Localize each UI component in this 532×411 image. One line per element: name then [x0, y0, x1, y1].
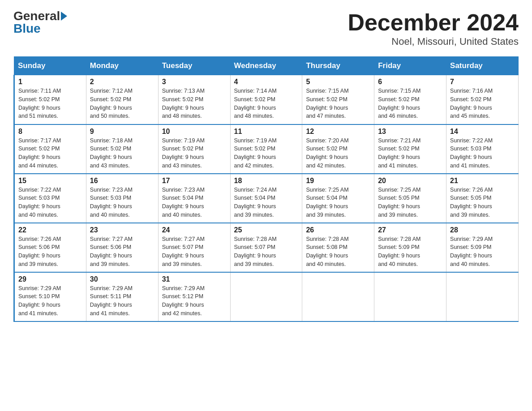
day-cell: 29 Sunrise: 7:29 AM Sunset: 5:10 PM Dayl…: [14, 272, 86, 321]
day-info: Sunrise: 7:29 AM Sunset: 5:10 PM Dayligh…: [18, 284, 82, 318]
week-row-1: 1 Sunrise: 7:11 AM Sunset: 5:02 PM Dayli…: [14, 75, 519, 124]
day-number: 1: [18, 78, 82, 86]
day-number: 20: [378, 177, 442, 185]
day-number: 22: [18, 226, 82, 234]
day-info: Sunrise: 7:14 AM Sunset: 5:02 PM Dayligh…: [234, 87, 299, 120]
day-number: 29: [18, 275, 82, 283]
header-saturday: Saturday: [446, 57, 519, 75]
day-number: 15: [18, 177, 82, 185]
day-number: 8: [18, 128, 82, 136]
day-number: 16: [90, 177, 154, 185]
day-info: Sunrise: 7:28 AM Sunset: 5:07 PM Dayligh…: [234, 235, 299, 269]
day-cell: 27 Sunrise: 7:28 AM Sunset: 5:09 PM Dayl…: [374, 223, 446, 272]
day-cell: 28 Sunrise: 7:29 AM Sunset: 5:09 PM Dayl…: [446, 223, 519, 272]
logo-arrow-icon: [61, 12, 67, 21]
day-cell: 4 Sunrise: 7:14 AM Sunset: 5:02 PM Dayli…: [230, 75, 302, 124]
day-number: 9: [90, 128, 154, 136]
day-info: Sunrise: 7:22 AM Sunset: 5:03 PM Dayligh…: [450, 137, 515, 170]
day-number: 6: [378, 78, 442, 86]
day-cell: 24 Sunrise: 7:27 AM Sunset: 5:07 PM Dayl…: [158, 223, 230, 272]
day-number: 25: [234, 226, 299, 234]
day-number: 5: [306, 78, 370, 86]
header-row: SundayMondayTuesdayWednesdayThursdayFrid…: [14, 57, 519, 75]
calendar-table: SundayMondayTuesdayWednesdayThursdayFrid…: [13, 56, 519, 322]
day-cell: 10 Sunrise: 7:19 AM Sunset: 5:02 PM Dayl…: [158, 124, 230, 174]
title-area: December 2024 Noel, Missouri, United Sta…: [348, 9, 519, 47]
day-cell: 2 Sunrise: 7:12 AM Sunset: 5:02 PM Dayli…: [86, 75, 158, 124]
week-row-3: 15 Sunrise: 7:22 AM Sunset: 5:03 PM Dayl…: [14, 174, 519, 223]
day-info: Sunrise: 7:27 AM Sunset: 5:07 PM Dayligh…: [162, 235, 227, 269]
day-cell: 9 Sunrise: 7:18 AM Sunset: 5:02 PM Dayli…: [86, 124, 158, 174]
day-number: 2: [90, 78, 154, 86]
logo-blue: Blue: [13, 21, 41, 36]
day-cell: 31 Sunrise: 7:29 AM Sunset: 5:12 PM Dayl…: [158, 272, 230, 321]
day-number: 18: [234, 177, 299, 185]
day-number: 17: [162, 177, 227, 185]
day-number: 31: [162, 275, 227, 283]
day-info: Sunrise: 7:18 AM Sunset: 5:02 PM Dayligh…: [90, 137, 154, 170]
day-info: Sunrise: 7:29 AM Sunset: 5:09 PM Dayligh…: [450, 235, 515, 269]
day-number: 28: [450, 226, 515, 234]
day-info: Sunrise: 7:13 AM Sunset: 5:02 PM Dayligh…: [162, 87, 227, 120]
day-info: Sunrise: 7:17 AM Sunset: 5:02 PM Dayligh…: [18, 137, 82, 170]
day-info: Sunrise: 7:24 AM Sunset: 5:04 PM Dayligh…: [234, 186, 299, 219]
header-friday: Friday: [374, 57, 446, 75]
day-cell: 13 Sunrise: 7:21 AM Sunset: 5:02 PM Dayl…: [374, 124, 446, 174]
header-wednesday: Wednesday: [230, 57, 302, 75]
day-cell: 7 Sunrise: 7:16 AM Sunset: 5:02 PM Dayli…: [446, 75, 519, 124]
day-cell: 5 Sunrise: 7:15 AM Sunset: 5:02 PM Dayli…: [302, 75, 374, 124]
day-cell: 17 Sunrise: 7:23 AM Sunset: 5:04 PM Dayl…: [158, 174, 230, 223]
day-cell: 26 Sunrise: 7:28 AM Sunset: 5:08 PM Dayl…: [302, 223, 374, 272]
day-cell: [302, 272, 374, 321]
day-cell: [230, 272, 302, 321]
day-number: 23: [90, 226, 154, 234]
day-number: 7: [450, 78, 515, 86]
day-info: Sunrise: 7:28 AM Sunset: 5:09 PM Dayligh…: [378, 235, 442, 269]
header-tuesday: Tuesday: [158, 57, 230, 75]
day-info: Sunrise: 7:26 AM Sunset: 5:06 PM Dayligh…: [18, 235, 82, 269]
day-info: Sunrise: 7:26 AM Sunset: 5:05 PM Dayligh…: [450, 186, 515, 219]
day-number: 3: [162, 78, 227, 86]
day-cell: 19 Sunrise: 7:25 AM Sunset: 5:04 PM Dayl…: [302, 174, 374, 223]
day-info: Sunrise: 7:22 AM Sunset: 5:03 PM Dayligh…: [18, 186, 82, 219]
day-info: Sunrise: 7:19 AM Sunset: 5:02 PM Dayligh…: [162, 137, 227, 170]
day-number: 13: [378, 128, 442, 136]
day-number: 21: [450, 177, 515, 185]
day-info: Sunrise: 7:11 AM Sunset: 5:02 PM Dayligh…: [18, 87, 82, 120]
day-info: Sunrise: 7:15 AM Sunset: 5:02 PM Dayligh…: [306, 87, 370, 120]
day-cell: 22 Sunrise: 7:26 AM Sunset: 5:06 PM Dayl…: [14, 223, 86, 272]
day-cell: 12 Sunrise: 7:20 AM Sunset: 5:02 PM Dayl…: [302, 124, 374, 174]
day-cell: [446, 272, 519, 321]
day-info: Sunrise: 7:27 AM Sunset: 5:06 PM Dayligh…: [90, 235, 154, 269]
day-info: Sunrise: 7:23 AM Sunset: 5:03 PM Dayligh…: [90, 186, 154, 219]
day-cell: 30 Sunrise: 7:29 AM Sunset: 5:11 PM Dayl…: [86, 272, 158, 321]
day-info: Sunrise: 7:29 AM Sunset: 5:12 PM Dayligh…: [162, 284, 227, 318]
day-number: 10: [162, 128, 227, 136]
day-number: 27: [378, 226, 442, 234]
day-cell: 16 Sunrise: 7:23 AM Sunset: 5:03 PM Dayl…: [86, 174, 158, 223]
header-monday: Monday: [86, 57, 158, 75]
logo: General Blue: [13, 9, 67, 36]
day-info: Sunrise: 7:21 AM Sunset: 5:02 PM Dayligh…: [378, 137, 442, 170]
calendar-header: SundayMondayTuesdayWednesdayThursdayFrid…: [14, 57, 519, 75]
header-thursday: Thursday: [302, 57, 374, 75]
day-number: 4: [234, 78, 299, 86]
week-row-5: 29 Sunrise: 7:29 AM Sunset: 5:10 PM Dayl…: [14, 272, 519, 321]
day-info: Sunrise: 7:23 AM Sunset: 5:04 PM Dayligh…: [162, 186, 227, 219]
day-cell: 25 Sunrise: 7:28 AM Sunset: 5:07 PM Dayl…: [230, 223, 302, 272]
day-info: Sunrise: 7:28 AM Sunset: 5:08 PM Dayligh…: [306, 235, 370, 269]
day-info: Sunrise: 7:15 AM Sunset: 5:02 PM Dayligh…: [378, 87, 442, 120]
header-sunday: Sunday: [14, 57, 86, 75]
day-number: 14: [450, 128, 515, 136]
day-cell: 21 Sunrise: 7:26 AM Sunset: 5:05 PM Dayl…: [446, 174, 519, 223]
week-row-2: 8 Sunrise: 7:17 AM Sunset: 5:02 PM Dayli…: [14, 124, 519, 174]
day-cell: 1 Sunrise: 7:11 AM Sunset: 5:02 PM Dayli…: [14, 75, 86, 124]
day-info: Sunrise: 7:12 AM Sunset: 5:02 PM Dayligh…: [90, 87, 154, 120]
day-info: Sunrise: 7:25 AM Sunset: 5:05 PM Dayligh…: [378, 186, 442, 219]
day-cell: 18 Sunrise: 7:24 AM Sunset: 5:04 PM Dayl…: [230, 174, 302, 223]
day-number: 19: [306, 177, 370, 185]
day-number: 11: [234, 128, 299, 136]
day-number: 12: [306, 128, 370, 136]
day-info: Sunrise: 7:29 AM Sunset: 5:11 PM Dayligh…: [90, 284, 154, 318]
day-cell: 23 Sunrise: 7:27 AM Sunset: 5:06 PM Dayl…: [86, 223, 158, 272]
